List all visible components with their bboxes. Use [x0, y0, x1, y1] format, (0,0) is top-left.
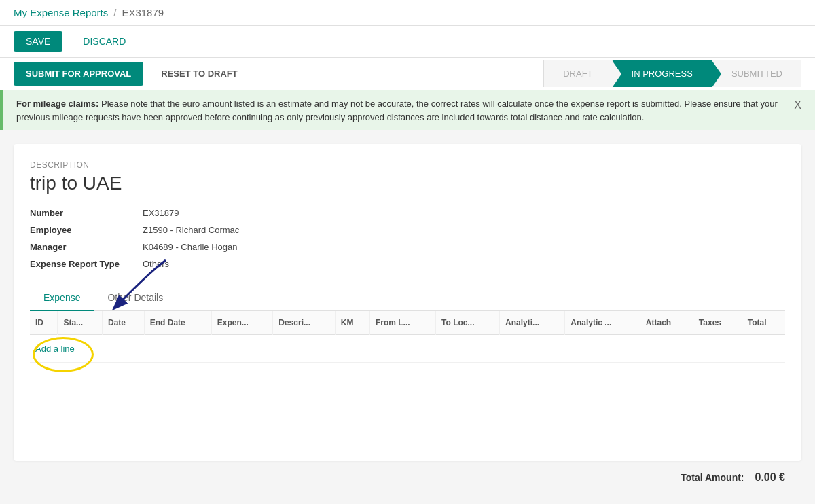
add-line-row: Add a line: [30, 335, 785, 363]
total-row: Total Amount: 0.00 €: [14, 461, 801, 486]
col-date: Date: [102, 311, 144, 335]
col-analytic2: Analytic ...: [565, 311, 640, 335]
col-attach: Attach: [640, 311, 693, 335]
breadcrumb-current: EX31879: [122, 7, 164, 18]
total-value: 0.00 €: [755, 471, 785, 484]
status-bar: SUBMIT FOR APPROVAL RESET TO DRAFT DRAFT…: [0, 58, 815, 90]
reset-to-draft-button[interactable]: RESET TO DRAFT: [149, 62, 249, 86]
col-description: Descri...: [273, 311, 335, 335]
col-expense-type: Expen...: [211, 311, 272, 335]
field-label-expense-type: Expense Report Type: [30, 259, 132, 269]
step-in-progress: IN PROGRESS: [612, 60, 712, 87]
tabs: Expense Other Details: [30, 285, 785, 311]
step-draft: DRAFT: [543, 60, 611, 87]
status-steps: DRAFT IN PROGRESS SUBMITTED: [543, 60, 801, 87]
info-banner: For mileage claims: Please note that the…: [0, 90, 815, 130]
field-label-number: Number: [30, 208, 132, 218]
table-header-row: ID Sta... Date End Date Expen... Descri.…: [30, 311, 785, 335]
col-end-date: End Date: [144, 311, 211, 335]
total-label: Total Amount:: [681, 472, 744, 483]
save-button[interactable]: SAVE: [14, 31, 62, 52]
field-label-employee: Employee: [30, 225, 132, 235]
table-container: ID Sta... Date End Date Expen... Descri.…: [30, 311, 785, 363]
form-fields: Number EX31879 Employee Z1590 - Richard …: [30, 208, 369, 269]
form-card: Description trip to UAE Number EX31879 E…: [14, 144, 801, 461]
breadcrumb-separator: /: [113, 7, 116, 18]
col-km: KM: [335, 311, 369, 335]
field-value-manager: K04689 - Charlie Hogan: [143, 242, 369, 252]
field-value-expense-type: Others: [143, 259, 369, 269]
add-line-link[interactable]: Add a line: [35, 344, 75, 354]
discard-button[interactable]: DISCARD: [71, 31, 138, 52]
breadcrumb-parent[interactable]: My Expense Reports: [14, 7, 108, 18]
top-bar: My Expense Reports / EX31879: [0, 0, 815, 26]
col-id: ID: [30, 311, 58, 335]
description-label: Description: [30, 160, 785, 170]
submit-for-approval-button[interactable]: SUBMIT FOR APPROVAL: [14, 62, 143, 86]
step-submitted: SUBMITTED: [712, 60, 801, 87]
col-status: Sta...: [58, 311, 103, 335]
expense-table: ID Sta... Date End Date Expen... Descri.…: [30, 311, 785, 363]
field-value-employee: Z1590 - Richard Cormac: [143, 225, 369, 235]
tab-expense[interactable]: Expense: [30, 285, 94, 311]
add-line-cell: Add a line: [30, 335, 785, 363]
col-analytic1: Analyti...: [500, 311, 565, 335]
tab-other-details[interactable]: Other Details: [94, 285, 177, 311]
col-to-loc: To Loc...: [436, 311, 500, 335]
main-content: Description trip to UAE Number EX31879 E…: [0, 130, 815, 500]
col-total: Total: [742, 311, 785, 335]
form-title[interactable]: trip to UAE: [30, 173, 785, 194]
breadcrumb: My Expense Reports / EX31879: [14, 7, 164, 18]
col-from-loc: From L...: [369, 311, 435, 335]
spacer: [30, 363, 785, 444]
col-taxes: Taxes: [693, 311, 742, 335]
info-banner-close[interactable]: X: [794, 97, 801, 113]
field-label-manager: Manager: [30, 242, 132, 252]
field-value-number: EX31879: [143, 208, 369, 218]
action-bar: SAVE DISCARD: [0, 26, 815, 58]
info-banner-text: For mileage claims: Please note that the…: [16, 97, 783, 124]
